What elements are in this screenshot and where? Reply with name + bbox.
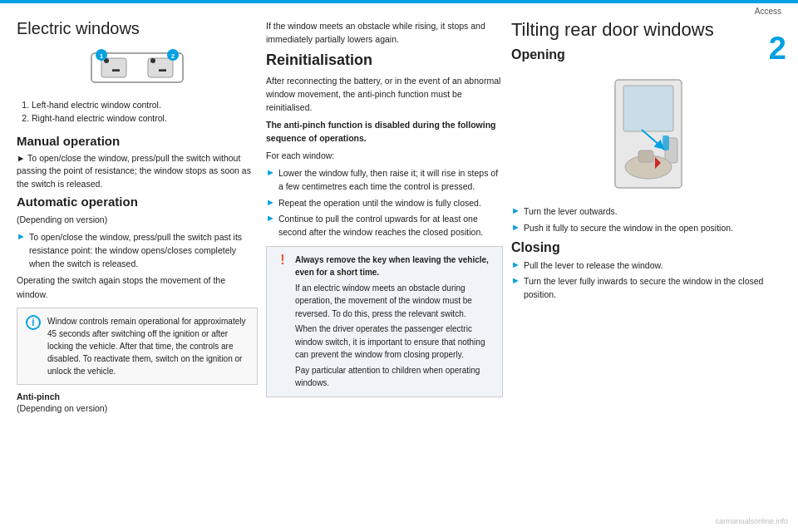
warning-line3: When the driver operates the passenger e…: [295, 323, 494, 362]
reinit-heading: Reinitialisation: [266, 52, 503, 69]
right-column: Tilting rear door windows Opening: [511, 19, 781, 420]
info-icon: i: [26, 315, 41, 330]
closing-heading: Closing: [511, 240, 781, 255]
warning-line4: Pay particular attention to children whe…: [295, 364, 494, 390]
page-header: Access: [0, 3, 798, 17]
reinit-bullet3: ► Continue to pull the control upwards f…: [266, 213, 503, 239]
svg-point-5: [150, 58, 155, 63]
page-number: 2: [769, 32, 786, 64]
svg-rect-16: [638, 150, 653, 162]
list-item-1: Left-hand electric window control.: [32, 99, 258, 112]
arrow-icon-c1: ►: [511, 259, 520, 273]
arrow-icon-c2: ►: [511, 275, 520, 302]
reinit-bullet1-text: Lower the window fully, then raise it; i…: [278, 167, 503, 194]
warning-icon: !: [275, 254, 290, 268]
svg-text:2: 2: [171, 52, 175, 60]
reinit-bullet2-text: Repeat the operation until the window is…: [278, 197, 481, 210]
manual-op-bullet: ► To open/close the window, press/pull t…: [17, 152, 258, 191]
obstacle-text: If the window meets an obstacle while ri…: [266, 19, 503, 47]
opening-bullet1: ► Turn the lever outwards.: [511, 205, 781, 219]
section-label: Access: [755, 7, 781, 16]
svg-rect-12: [623, 86, 673, 131]
door-illustration: [511, 67, 781, 200]
svg-text:▬: ▬: [159, 65, 166, 73]
auto-op-heading: Automatic operation: [17, 195, 258, 209]
warning-line1: Always remove the key when leaving the v…: [295, 254, 494, 279]
closing-bullet2: ► Turn the lever fully inwards to secure…: [511, 275, 781, 302]
arrow-icon-1: ►: [17, 231, 26, 270]
left-column: Electric windows ▬ ▬ 1 2: [17, 19, 258, 420]
auto-op-text2: Operating the switch again stops the mov…: [17, 273, 258, 301]
window-controls-illustration: ▬ ▬ 1 2: [17, 45, 258, 91]
opening-bullet2-text: Push it fully to secure the window in th…: [524, 222, 733, 235]
each-window-text: For each window:: [266, 149, 503, 162]
warning-line2: If an electric window meets an obstacle …: [295, 282, 494, 321]
auto-op-bullet1: ► To open/close the window, press/pull t…: [17, 231, 258, 270]
tilting-windows-title: Tilting rear door windows: [511, 19, 781, 41]
reinit-bullet2: ► Repeat the operation until the window …: [266, 197, 503, 210]
svg-text:1: 1: [100, 52, 104, 60]
reinit-bullet1: ► Lower the window fully, then raise it;…: [266, 167, 503, 194]
closing-bullet1: ► Pull the lever to release the window.: [511, 259, 781, 273]
manual-op-heading: Manual operation: [17, 134, 258, 148]
svg-rect-17: [663, 135, 669, 150]
window-control-list: Left-hand electric window control. Right…: [17, 99, 258, 126]
arrow-icon-o2: ►: [511, 222, 520, 235]
mid-column: If the window meets an obstacle while ri…: [266, 19, 503, 420]
electric-windows-title: Electric windows: [17, 19, 258, 38]
anti-pinch-label: Anti-pinch: [17, 392, 258, 401]
opening-heading: Opening: [511, 47, 781, 62]
arrow-icon-r2: ►: [266, 197, 275, 210]
closing-bullet1-text: Pull the lever to release the window.: [524, 259, 663, 273]
opening-bullet2: ► Push it fully to secure the window in …: [511, 222, 781, 235]
warning-box: ! Always remove the key when leaving the…: [266, 246, 503, 397]
arrow-icon-o1: ►: [511, 205, 520, 219]
auto-op-sub: (Depending on version): [17, 213, 258, 226]
manual-op-text: ► To open/close the window, press/pull t…: [17, 152, 258, 191]
info-box-text: Window controls remain operational for a…: [47, 315, 249, 377]
opening-bullet1-text: Turn the lever outwards.: [524, 205, 618, 219]
info-box: i Window controls remain operational for…: [17, 308, 258, 385]
warning-box-content: Always remove the key when leaving the v…: [295, 254, 494, 390]
list-item-2: Right-hand electric window control.: [32, 112, 258, 126]
reinit-bold: The anti-pinch function is disabled duri…: [266, 119, 503, 145]
anti-pinch-sub: (Depending on version): [17, 401, 258, 415]
arrow-icon-r3: ►: [266, 213, 275, 239]
svg-text:▬: ▬: [112, 65, 120, 73]
watermark: carmanualsonline.info: [715, 517, 788, 525]
reinit-bullet3-text: Continue to pull the control upwards for…: [278, 213, 503, 239]
arrow-icon-r1: ►: [266, 167, 275, 194]
reinit-p1: After reconnecting the battery, or in th…: [266, 74, 503, 115]
auto-op-text1: To open/close the window, press/pull the…: [29, 231, 258, 270]
closing-bullet2-text: Turn the lever fully inwards to secure t…: [524, 275, 781, 302]
